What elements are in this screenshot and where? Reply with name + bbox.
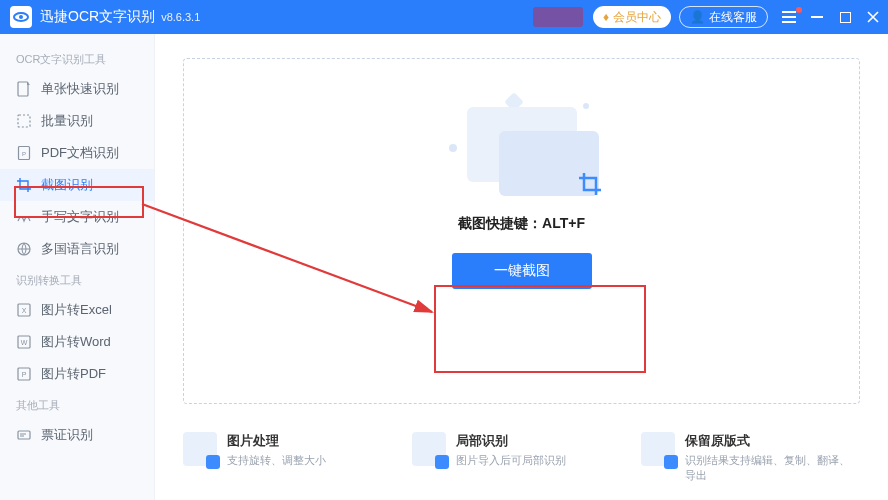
promo-banner[interactable] [533,7,583,27]
sidebar-item-label: 截图识别 [41,176,93,194]
member-center-button[interactable]: ♦ 会员中心 [593,6,671,28]
sidebar-item-label: 票证识别 [41,426,93,444]
feature-preserve-format: 保留原版式 识别结果支持编辑、复制、翻译、导出 [641,432,860,483]
sidebar-group-other: 其他工具 [0,390,154,419]
minimize-button[interactable] [810,10,824,24]
sidebar-item-label: 批量识别 [41,112,93,130]
diamond-icon: ♦ [603,10,609,24]
sidebar-item-pdf-ocr[interactable]: P PDF文档识别 [0,137,154,169]
menu-button[interactable] [782,10,796,24]
minimize-icon [811,16,823,18]
sidebar-item-label: 单张快速识别 [41,80,119,98]
member-center-label: 会员中心 [613,9,661,26]
sidebar-item-img-to-excel[interactable]: X 图片转Excel [0,294,154,326]
ticket-icon [16,427,32,443]
headset-icon: 👤 [690,10,705,24]
close-button[interactable] [866,10,880,24]
feature-partial-ocr: 局部识别 图片导入后可局部识别 [412,432,631,468]
maximize-icon [840,12,851,23]
notification-dot-icon [796,7,802,13]
shortcut-hint: 截图快捷键：ALT+F [458,215,585,233]
pdf-icon: P [16,145,32,161]
pdf-convert-icon: P [16,366,32,382]
svg-text:P: P [22,151,26,157]
feature-desc: 图片导入后可局部识别 [456,453,566,468]
page-sparkle-icon [16,81,32,97]
title-bar: 迅捷OCR文字识别 v8.6.3.1 ♦ 会员中心 👤 在线客服 [0,0,888,34]
excel-icon: X [16,302,32,318]
crop-icon [16,177,32,193]
svg-rect-1 [18,115,30,127]
app-logo [10,6,32,28]
word-icon: W [16,334,32,350]
sidebar-item-ticket-ocr[interactable]: 票证识别 [0,419,154,451]
feature-desc: 支持旋转、调整大小 [227,453,326,468]
sidebar-item-label: 图片转Word [41,333,111,351]
sidebar-item-handwriting-ocr[interactable]: 手写文字识别 [0,201,154,233]
svg-rect-11 [18,431,30,439]
sidebar-item-batch-ocr[interactable]: 批量识别 [0,105,154,137]
sidebar-group-convert: 识别转换工具 [0,265,154,294]
screenshot-illustration-icon [437,89,607,199]
app-version: v8.6.3.1 [161,11,200,23]
sidebar-item-img-to-pdf[interactable]: P 图片转PDF [0,358,154,390]
svg-rect-0 [18,82,28,96]
svg-text:P: P [22,371,27,378]
sidebar-item-label: 多国语言识别 [41,240,119,258]
hamburger-icon [782,11,796,23]
sidebar: OCR文字识别工具 单张快速识别 批量识别 P PDF文档识别 截图识别 手写文… [0,34,155,500]
capture-dropzone: 截图快捷键：ALT+F 一键截图 [183,58,860,404]
feature-title: 局部识别 [456,432,566,450]
sidebar-item-label: PDF文档识别 [41,144,119,162]
capture-button[interactable]: 一键截图 [452,253,592,289]
sidebar-group-ocr: OCR文字识别工具 [0,44,154,73]
customer-service-button[interactable]: 👤 在线客服 [679,6,768,28]
close-icon [867,11,879,23]
sidebar-item-single-ocr[interactable]: 单张快速识别 [0,73,154,105]
maximize-button[interactable] [838,10,852,24]
customer-service-label: 在线客服 [709,9,757,26]
handwriting-icon [16,209,32,225]
feature-image-processing: 图片处理 支持旋转、调整大小 [183,432,402,468]
content-area: 截图快捷键：ALT+F 一键截图 图片处理 支持旋转、调整大小 局部识别 图片导… [155,34,888,500]
sidebar-item-img-to-word[interactable]: W 图片转Word [0,326,154,358]
feature-title: 图片处理 [227,432,326,450]
svg-text:W: W [21,339,28,346]
sidebar-item-label: 图片转Excel [41,301,112,319]
feature-title: 保留原版式 [685,432,860,450]
image-processing-icon [183,432,217,466]
feature-desc: 识别结果支持编辑、复制、翻译、导出 [685,453,860,483]
globe-icon [16,241,32,257]
sidebar-item-screenshot-ocr[interactable]: 截图识别 [0,169,154,201]
sidebar-item-label: 图片转PDF [41,365,106,383]
feature-row: 图片处理 支持旋转、调整大小 局部识别 图片导入后可局部识别 保留原版式 识别结… [183,422,860,500]
app-title: 迅捷OCR文字识别 [40,8,155,26]
stack-icon [16,113,32,129]
preserve-format-icon [641,432,675,466]
partial-ocr-icon [412,432,446,466]
sidebar-item-label: 手写文字识别 [41,208,119,226]
sidebar-item-multilang-ocr[interactable]: 多国语言识别 [0,233,154,265]
svg-text:X: X [22,307,27,314]
